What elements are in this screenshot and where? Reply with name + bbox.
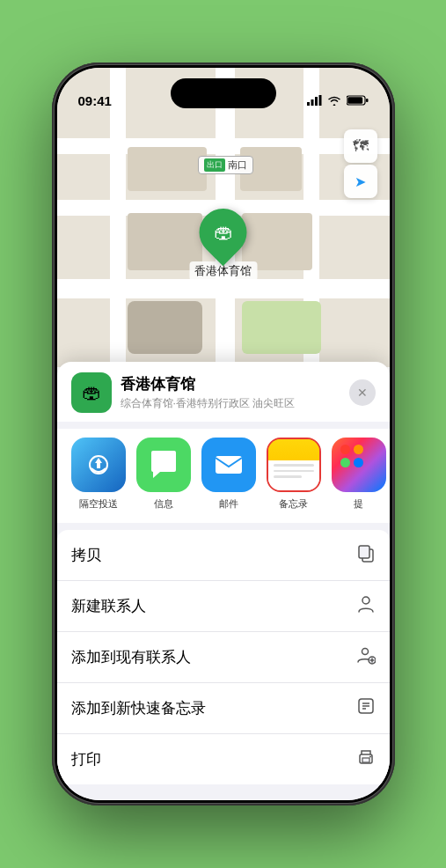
- messages-label: 信息: [154, 497, 173, 511]
- svg-rect-1: [311, 99, 313, 106]
- map-layer-button[interactable]: 🗺: [344, 129, 377, 163]
- wifi-icon: [327, 95, 341, 108]
- action-new-contact[interactable]: 新建联系人: [57, 581, 390, 632]
- svg-rect-21: [362, 758, 369, 762]
- svg-rect-2: [315, 97, 318, 106]
- map-exit-label: 出口 南口: [198, 156, 253, 174]
- action-copy[interactable]: 拷贝: [57, 530, 390, 581]
- status-time: 09:41: [78, 93, 112, 110]
- location-name: 香港体育馆: [121, 374, 349, 394]
- svg-rect-3: [318, 95, 321, 106]
- svg-rect-8: [216, 456, 242, 474]
- person-icon: [356, 594, 376, 618]
- note-icon: [356, 696, 376, 720]
- status-icons: [307, 95, 369, 110]
- mail-icon: [201, 438, 256, 492]
- action-print[interactable]: 打印: [57, 734, 390, 784]
- notes-label: 备忘录: [279, 497, 308, 511]
- svg-point-12: [362, 649, 368, 655]
- svg-rect-6: [366, 99, 369, 102]
- bottom-sheet: 🏟 香港体育馆 综合体育馆·香港特别行政区 油尖旺区 ✕: [57, 362, 390, 800]
- location-header: 🏟 香港体育馆 综合体育馆·香港特别行政区 油尖旺区 ✕: [57, 362, 390, 422]
- svg-rect-0: [307, 102, 310, 106]
- action-copy-label: 拷贝: [71, 545, 101, 565]
- map-btn-group: 🗺 ➤: [344, 129, 377, 198]
- action-add-note[interactable]: 添加到新快速备忘录: [57, 683, 390, 734]
- share-item-airdrop[interactable]: 隔空投送: [71, 438, 126, 511]
- mail-label: 邮件: [219, 497, 238, 511]
- action-add-existing[interactable]: 添加到现有联系人: [57, 632, 390, 683]
- action-print-label: 打印: [71, 749, 101, 769]
- share-item-messages[interactable]: 信息: [136, 438, 191, 511]
- share-row: 隔空投送 信息: [57, 429, 390, 523]
- airdrop-icon: [71, 438, 126, 492]
- share-item-notes[interactable]: 备忘录: [267, 438, 321, 511]
- close-button[interactable]: ✕: [349, 379, 376, 406]
- svg-point-22: [369, 756, 371, 758]
- svg-rect-5: [347, 97, 362, 104]
- notes-icon: [267, 438, 321, 492]
- action-list: 拷贝 新建联系人: [57, 530, 390, 784]
- person-add-icon: [356, 645, 376, 669]
- location-button[interactable]: ➤: [344, 165, 377, 198]
- action-add-existing-label: 添加到现有联系人: [71, 647, 191, 667]
- location-subtitle: 综合体育馆·香港特别行政区 油尖旺区: [121, 396, 349, 411]
- copy-icon: [356, 543, 376, 567]
- location-text: 香港体育馆 综合体育馆·香港特别行政区 油尖旺区: [121, 374, 349, 411]
- share-item-mail[interactable]: 邮件: [201, 438, 256, 511]
- dynamic-island: [171, 78, 276, 108]
- signal-icon: [307, 95, 322, 108]
- more-icon: [332, 438, 386, 492]
- share-item-more[interactable]: 提: [332, 438, 386, 511]
- messages-icon: [136, 438, 191, 492]
- location-icon: 🏟: [71, 372, 112, 413]
- phone-screen: 出口 南口 🏟 香港体育馆 🗺 ➤ 09:41: [57, 68, 390, 800]
- battery-icon: [347, 95, 369, 108]
- print-icon: [356, 747, 376, 771]
- svg-point-11: [362, 597, 369, 604]
- svg-rect-10: [359, 546, 369, 558]
- action-add-note-label: 添加到新快速备忘录: [71, 698, 206, 718]
- airdrop-label: 隔空投送: [79, 497, 118, 511]
- phone-frame: 出口 南口 🏟 香港体育馆 🗺 ➤ 09:41: [52, 63, 395, 805]
- action-new-contact-label: 新建联系人: [71, 596, 146, 616]
- more-label: 提: [354, 497, 363, 511]
- location-marker: 🏟 香港体育馆: [189, 209, 257, 281]
